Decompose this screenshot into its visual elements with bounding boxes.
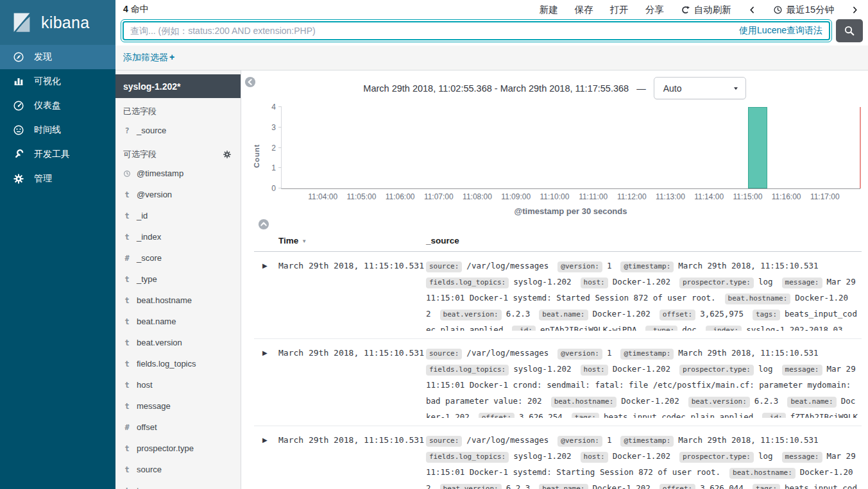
field-badge: fields.log_topics: [426,365,509,376]
doc-source: source:/var/log/messages@version:1@times… [426,432,862,489]
bar-chart-icon [13,76,24,87]
lucene-syntax-link[interactable]: 使用Lucene查询语法 [739,25,822,37]
field-type-icon: t [123,402,131,411]
interval-value: Auto [663,83,682,94]
search-input[interactable] [130,26,733,36]
auto-refresh-label: 自动刷新 [694,4,731,16]
y-axis-tick-mark [278,127,282,128]
timepicker-button[interactable]: 最近15分钟 [773,4,834,16]
x-axis-label: @timestamp per 30 seconds [281,206,860,216]
sidebar-item-dev-tools[interactable]: 开发工具 [0,142,115,167]
chevron-right-icon [851,6,859,14]
y-axis-tick: 2 [271,144,276,153]
field-item-source[interactable]: tsource [115,459,241,480]
search-box: 使用Lucene查询语法 [121,19,832,42]
field-badge: _index: [706,326,742,331]
field-settings-gear-icon[interactable] [223,150,232,159]
timepicker-next-button[interactable] [851,6,859,14]
sidebar-item-timelion[interactable]: 时间线 [0,118,115,142]
field-badge: fields.log_topics: [426,452,509,463]
field-name: fields.log_topics [137,359,196,369]
field-item-tags[interactable]: ttags [115,480,241,489]
field-badge: _id: [762,413,786,418]
refresh-icon [681,5,690,15]
field-item-offset[interactable]: #offset [115,417,241,438]
field-value: log [758,277,773,286]
timelion-icon [13,124,24,136]
y-axis-tick-mark [278,147,282,148]
x-axis-tick: 11:08:00 [463,192,492,201]
auto-refresh-button[interactable]: 自动刷新 [681,4,731,16]
discover-menu: 新建 保存 打开 分享 自动刷新 最近15分钟 [540,4,859,16]
doc-time: March 29th 2018, 11:15:10.531 [278,258,426,331]
expand-row-button[interactable]: ▶ [254,258,278,331]
field-badge: source: [426,261,462,272]
sidebar-item-management[interactable]: 管理 [0,167,115,191]
add-filter-label: 添加筛选器 [123,52,168,62]
field-name: _type [137,274,157,284]
chart-header: March 29th 2018, 11:02:55.368 - March 29… [241,77,868,99]
field-item-beat.version[interactable]: tbeat.version [115,332,241,353]
sort-descending-icon: ▼ [302,238,307,244]
field-item-fields.log_topics[interactable]: tfields.log_topics [115,353,241,374]
x-axis-tick: 11:04:00 [308,192,337,201]
share-button[interactable]: 分享 [645,4,664,16]
field-item-_type[interactable]: t_type [115,269,241,290]
fields-panel: syslog-1.202* 已选字段 ?_source 可选字段 @timest… [115,70,241,489]
add-filter-button[interactable]: 添加筛选器+ [123,52,174,63]
field-badge: @version: [557,261,602,272]
field-item-_score[interactable]: #_score [115,247,241,269]
field-value: log [758,451,773,461]
sidebar-item-discover[interactable]: 发现 [0,45,115,69]
table-header: Time▼ _source [254,233,862,252]
field-badge: _type: [645,326,677,331]
field-item-_id[interactable]: t_id [115,205,241,226]
collapse-fields-button[interactable] [244,76,256,88]
field-type-icon: t [123,486,131,489]
field-badge: prospector.type: [679,278,754,288]
field-item-host[interactable]: thost [115,374,241,395]
open-button[interactable]: 打开 [610,4,629,16]
field-type-icon: # [123,423,131,432]
field-value: 1 [607,435,612,445]
field-type-icon: t [123,360,131,369]
collapse-histogram-button[interactable] [258,219,269,230]
field-item-prospector.type[interactable]: tprospector.type [115,438,241,459]
y-axis-tick: 0 [271,184,276,193]
field-item-_source[interactable]: ?_source [115,120,241,141]
save-button[interactable]: 保存 [575,4,593,16]
x-axis-tick: 11:05:00 [346,192,376,201]
field-item-beat.name[interactable]: tbeat.name [115,311,241,332]
expand-row-button[interactable]: ▶ [254,432,278,489]
sidebar-item-visualize[interactable]: 可视化 [0,69,115,94]
interval-select[interactable]: Auto [654,77,746,99]
field-item-_index[interactable]: t_index [115,226,241,247]
field-value: Docker-1.202 [621,396,679,406]
y-axis-tick-mark [278,188,282,188]
field-value: March 29th 2018, 11:15:10.531 [678,435,818,445]
field-name: _score [137,253,162,263]
field-item-@version[interactable]: t@version [115,184,241,205]
time-column-header[interactable]: Time▼ [278,236,426,245]
expand-row-button[interactable]: ▶ [254,345,278,418]
field-badge: beat.hostname: [551,397,617,408]
new-button[interactable]: 新建 [540,4,558,16]
chevron-left-icon [748,6,756,14]
y-axis-tick: 4 [271,103,276,112]
field-type-icon: t [123,317,131,326]
field-item-beat.hostname[interactable]: tbeat.hostname [115,290,241,311]
y-axis-tick-mark [278,106,282,107]
field-value: /var/log/messages [466,348,549,358]
kibana-logo[interactable]: kibana [0,0,115,45]
search-button[interactable] [836,19,863,42]
sidebar-item-label: 发现 [34,51,52,63]
histogram-bar[interactable] [748,107,767,188]
field-item-message[interactable]: tmessage [115,395,241,417]
timepicker-prev-button[interactable] [748,6,756,14]
field-value: Docker-1.202 [613,451,670,461]
x-axis-tick: 11:17:00 [810,192,840,201]
field-item-@timestamp[interactable]: @timestamp [115,163,241,184]
time-range-label: 最近15分钟 [787,4,834,16]
index-pattern-selector[interactable]: syslog-1.202* [115,74,241,98]
sidebar-item-dashboard[interactable]: 仪表盘 [0,94,115,118]
